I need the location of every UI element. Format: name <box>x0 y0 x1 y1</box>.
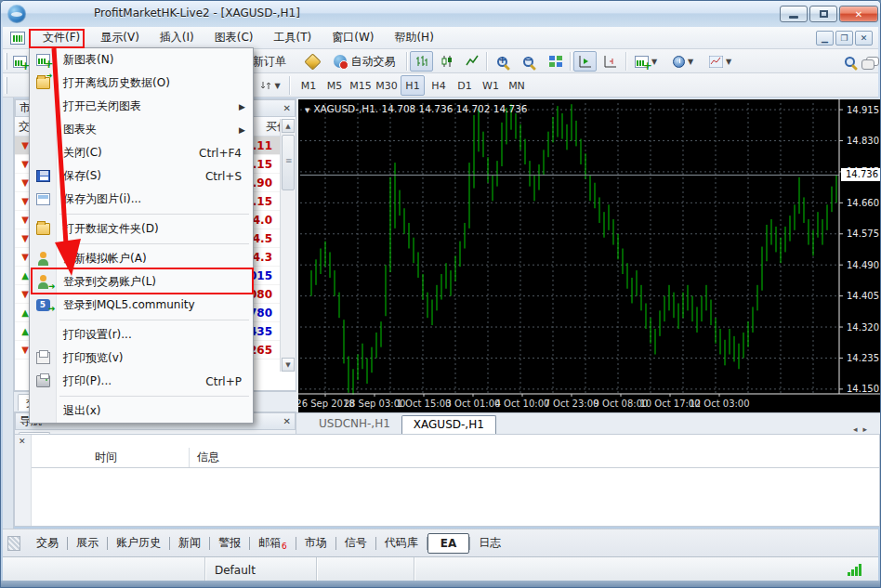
file-menu-item-16[interactable]: 打印(P)...Ctrl+P <box>30 370 253 393</box>
terminal-tab-日志[interactable]: 日志 <box>470 533 509 553</box>
chart-shift-button[interactable] <box>598 51 622 72</box>
timeframe-H1[interactable]: H1 <box>401 75 425 96</box>
timeframe-MN[interactable]: MN <box>505 75 529 96</box>
market-watch-scrollbar[interactable]: ▲ ▼ <box>280 119 296 372</box>
chart-tab-usdcnh[interactable]: USDCNH-,H1 <box>308 415 401 434</box>
line-chart-icon <box>466 55 479 68</box>
menu-H[interactable]: 帮助(H) <box>384 27 443 48</box>
terminal-tab-账户历史[interactable]: 账户历史 <box>108 533 169 553</box>
scroll-up-icon[interactable]: ▲ <box>282 119 295 133</box>
timeframe-W1[interactable]: W1 <box>479 75 503 96</box>
collapse-triangle-icon[interactable]: ▼ <box>305 107 309 114</box>
file-menu-item-4[interactable]: 关闭(C)Ctrl+F4 <box>30 141 253 164</box>
timeframe-M15[interactable]: M15 <box>348 75 373 96</box>
status-profile[interactable]: Default <box>205 557 317 582</box>
file-menu-item-label: 打开已关闭图表 <box>56 98 141 114</box>
menu-C[interactable]: 图表(C) <box>204 27 264 48</box>
file-menu-item-2[interactable]: 打开已关闭图表▶ <box>30 95 253 118</box>
timeframe-H4[interactable]: H4 <box>427 75 451 96</box>
timeframe-D1[interactable]: D1 <box>453 75 477 96</box>
candlestick-chart-button[interactable] <box>435 51 458 72</box>
new-chart-button[interactable] <box>8 51 31 72</box>
terminal-tab-警报[interactable]: 警报 <box>210 533 249 553</box>
close-button[interactable]: ✕ <box>839 6 878 22</box>
chat-button[interactable] <box>863 51 881 72</box>
terminal-close-icon[interactable]: ✕ <box>19 437 26 446</box>
file-menu-item-1[interactable]: 打开离线历史数据(O) <box>30 72 253 95</box>
terminal-grip-icon[interactable] <box>7 536 20 551</box>
child-restore-button[interactable]: ❐ <box>835 31 853 46</box>
terminal-tab-新闻[interactable]: 新闻 <box>170 533 209 553</box>
indicators-button[interactable]: ▼ <box>629 51 663 72</box>
file-menu-item-8[interactable]: 打开数据文件夹(D) <box>30 217 253 241</box>
search-icon <box>845 57 855 67</box>
auto-scroll-icon <box>579 55 592 68</box>
search-button[interactable] <box>837 51 861 72</box>
scroll-thumb[interactable] <box>282 135 295 190</box>
menu-separator <box>30 241 253 247</box>
toolbar-grip[interactable] <box>5 77 7 94</box>
menu-F[interactable]: 文件(F) <box>33 27 90 48</box>
file-menu-item-6[interactable]: 保存为图片(i)... <box>30 188 253 211</box>
terminal-tab-市场[interactable]: 市场 <box>296 533 335 553</box>
chart-window-icon[interactable] <box>10 32 25 45</box>
market-watch-close-icon[interactable]: ✕ <box>283 103 291 113</box>
tick-tool-button[interactable]: ▼ <box>256 75 285 96</box>
new-order-label: 新订单 <box>253 54 286 70</box>
templates-button[interactable]: ▼ <box>703 51 737 72</box>
save-picture-icon <box>36 193 50 205</box>
autotrading-button[interactable]: 自动交易 <box>326 51 402 72</box>
file-menu-item-12[interactable]: 5➜登录到MQL5.community <box>30 294 253 317</box>
file-menu-item-14[interactable]: 打印设置(r)... <box>30 323 253 346</box>
open-offline-icon <box>36 77 50 89</box>
terminal-tab-交易[interactable]: 交易 <box>28 533 67 553</box>
terminal-tab-代码库[interactable]: 代码库 <box>376 533 427 553</box>
chart-window[interactable]: ▼XAGUSD-,H1. 14.708 14.736 14.702 14.736… <box>296 98 881 412</box>
symbols-button[interactable] <box>300 51 324 72</box>
tile-windows-button[interactable] <box>544 51 568 72</box>
file-menu-item-0[interactable]: 新图表(N) <box>30 48 253 72</box>
terminal-tab-邮箱[interactable]: 邮箱6 <box>250 533 296 553</box>
minimize-button[interactable] <box>780 6 808 22</box>
file-menu-item-15[interactable]: 打印预览(v) <box>30 346 253 370</box>
child-close-button[interactable]: ✕ <box>855 31 873 46</box>
file-menu-item-18[interactable]: 退出(x) <box>30 399 253 423</box>
file-menu-item-11[interactable]: ➜登录到交易账户(L) <box>30 270 253 294</box>
file-menu-item-label: 关闭(C) <box>56 145 102 161</box>
timeframe-M30[interactable]: M30 <box>375 75 399 96</box>
auto-scroll-button[interactable] <box>573 51 597 72</box>
periods-button[interactable]: ▼ <box>666 51 700 72</box>
child-minimize-button[interactable]: ▁ <box>816 31 834 46</box>
line-chart-button[interactable] <box>460 51 483 72</box>
tab-scroll-arrows[interactable]: ◂▸ <box>853 425 881 434</box>
timeframe-M1[interactable]: M1 <box>296 75 321 96</box>
menu-W[interactable]: 窗口(W) <box>322 27 384 48</box>
terminal-tab-展示[interactable]: 展示 <box>68 533 107 553</box>
menu-V[interactable]: 显示(V) <box>90 27 150 48</box>
zoom-out-button[interactable]: − <box>516 51 540 72</box>
svg-text:12 Oct 03:00: 12 Oct 03:00 <box>689 399 749 409</box>
bar-chart-icon <box>415 55 428 68</box>
navigator-close-icon[interactable]: ✕ <box>283 416 291 426</box>
title-bar[interactable]: ProfitMarketHK-Live2 - [XAGUSD-,H1] ✕ <box>1 1 880 27</box>
file-menu-item-label: 退出(x) <box>56 403 100 419</box>
file-menu-popup: 新图表(N)打开离线历史数据(O)打开已关闭图表▶图表夹▶关闭(C)Ctrl+F… <box>29 47 254 424</box>
maximize-button[interactable] <box>809 6 837 22</box>
file-menu-item-3[interactable]: 图表夹▶ <box>30 118 253 141</box>
file-menu-item-10[interactable]: 开新模拟帐户(A) <box>30 247 253 270</box>
timeframe-M5[interactable]: M5 <box>322 75 347 96</box>
autotrading-label: 自动交易 <box>351 54 396 70</box>
menu-T[interactable]: 工具(T) <box>264 27 322 48</box>
toolbar-grip[interactable] <box>5 53 7 70</box>
chart-tab-xagusd[interactable]: XAGUSD-,H1 <box>401 415 496 434</box>
zoom-in-button[interactable]: + <box>490 51 514 72</box>
chat-icon <box>866 57 879 66</box>
terminal-tab-信号[interactable]: 信号 <box>336 533 375 553</box>
file-menu-item-5[interactable]: 保存(S)Ctrl+S <box>30 164 253 188</box>
scroll-down-icon[interactable]: ▼ <box>282 358 295 372</box>
message-column-header[interactable]: 信息 <box>190 450 219 465</box>
terminal-tab-EA[interactable]: EA <box>427 533 469 554</box>
bar-chart-button[interactable] <box>410 51 433 72</box>
menu-I[interactable]: 插入(I) <box>150 27 204 48</box>
time-column-header[interactable]: 时间 <box>32 448 190 467</box>
